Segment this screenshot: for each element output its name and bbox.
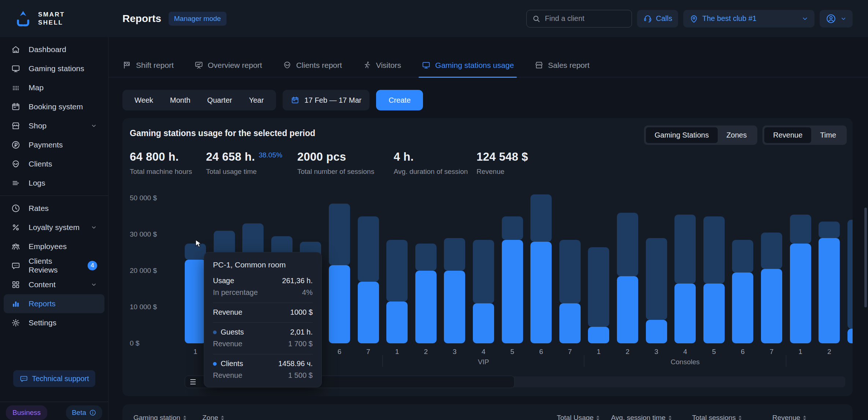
clients-segment[interactable] bbox=[473, 303, 494, 343]
page-scrollbar-thumb[interactable] bbox=[864, 208, 867, 307]
sidebar-item-shop[interactable]: Shop bbox=[4, 116, 104, 135]
beta-badge[interactable]: Beta bbox=[66, 405, 102, 420]
guests-segment[interactable] bbox=[819, 222, 840, 238]
club-selector[interactable]: The best club #1 bbox=[683, 10, 814, 28]
guests-segment[interactable] bbox=[559, 240, 581, 303]
clients-segment[interactable] bbox=[386, 302, 408, 343]
calls-button[interactable]: Calls bbox=[637, 10, 678, 28]
guests-segment[interactable] bbox=[761, 233, 782, 269]
sidebar-item-clients[interactable]: Clients bbox=[4, 154, 104, 174]
stacked-bar-station-4[interactable] bbox=[674, 215, 696, 344]
tab-gaming-stations-usage[interactable]: Gaming stations usage bbox=[422, 61, 514, 77]
clients-segment[interactable] bbox=[703, 284, 725, 343]
clients-segment[interactable] bbox=[790, 244, 811, 343]
sidebar-item-employees[interactable]: Employees bbox=[4, 237, 104, 256]
clients-segment[interactable] bbox=[847, 329, 853, 343]
sidebar-item-clients-reviews[interactable]: Clients Reviews4 bbox=[4, 256, 104, 275]
period-year[interactable]: Year bbox=[240, 96, 272, 105]
stacked-bar-station-7[interactable] bbox=[559, 240, 581, 343]
stacked-bar-station-5[interactable] bbox=[703, 216, 725, 344]
toggle-time[interactable]: Time bbox=[811, 127, 845, 143]
stacked-bar-station-6[interactable] bbox=[329, 204, 350, 343]
stacked-bar-station-6[interactable] bbox=[530, 194, 552, 343]
guests-segment[interactable] bbox=[358, 216, 379, 282]
toggle-gaming-stations[interactable]: Gaming Stations bbox=[646, 127, 718, 143]
stacked-bar-station-5[interactable] bbox=[502, 216, 523, 344]
stacked-bar-station-7[interactable] bbox=[761, 233, 782, 343]
guests-segment[interactable] bbox=[530, 194, 552, 242]
guests-segment[interactable] bbox=[703, 216, 725, 284]
sidebar-item-booking-system[interactable]: Booking system bbox=[4, 97, 104, 116]
clients-segment[interactable] bbox=[329, 265, 350, 343]
technical-support-button[interactable]: Technical support bbox=[13, 370, 95, 387]
sidebar-item-rates[interactable]: Rates bbox=[4, 199, 104, 218]
stacked-bar-station-1[interactable] bbox=[588, 247, 609, 343]
date-range-picker[interactable]: 17 Feb — 17 Mar bbox=[283, 90, 370, 110]
period-quarter[interactable]: Quarter bbox=[199, 96, 240, 105]
tab-visitors[interactable]: Visitors bbox=[363, 61, 401, 77]
stacked-bar-station-2[interactable] bbox=[819, 222, 840, 343]
client-search[interactable] bbox=[526, 10, 632, 28]
sidebar-item-gaming-stations[interactable]: Gaming stations bbox=[4, 59, 104, 78]
clients-segment[interactable] bbox=[415, 271, 437, 343]
stacked-bar-station-2[interactable] bbox=[415, 244, 437, 343]
guests-segment[interactable] bbox=[386, 240, 408, 302]
column-header-total-sessions[interactable]: Total sessions bbox=[692, 414, 742, 420]
guests-segment[interactable] bbox=[329, 204, 350, 265]
guests-segment[interactable] bbox=[646, 238, 667, 320]
clients-segment[interactable] bbox=[761, 269, 782, 343]
clients-segment[interactable] bbox=[444, 271, 465, 343]
guests-segment[interactable] bbox=[473, 240, 494, 303]
guests-segment[interactable] bbox=[790, 215, 811, 244]
tab-overview-report[interactable]: Overview report bbox=[194, 61, 262, 77]
stacked-bar-station-1[interactable] bbox=[790, 215, 811, 343]
stacked-bar-station-6[interactable] bbox=[732, 240, 753, 343]
stacked-bar-station-1[interactable] bbox=[185, 244, 206, 343]
stacked-bar-station-2[interactable] bbox=[617, 213, 638, 343]
column-header-total-usage[interactable]: Total Usage bbox=[557, 414, 599, 420]
toggle-zones[interactable]: Zones bbox=[718, 127, 756, 143]
tab-sales-report[interactable]: Sales report bbox=[534, 61, 589, 77]
guests-segment[interactable] bbox=[242, 223, 264, 256]
guests-segment[interactable] bbox=[415, 244, 437, 271]
sidebar-item-logs[interactable]: Logs bbox=[4, 174, 104, 193]
sidebar-item-payments[interactable]: Payments bbox=[4, 135, 104, 154]
guests-segment[interactable] bbox=[502, 216, 523, 240]
column-header-revenue[interactable]: Revenue bbox=[772, 414, 806, 420]
clients-segment[interactable] bbox=[530, 242, 552, 343]
stacked-bar-station-4[interactable] bbox=[473, 240, 494, 343]
stacked-bar-station-3[interactable] bbox=[444, 238, 465, 343]
stacked-bar-station-7[interactable] bbox=[358, 216, 379, 344]
clients-segment[interactable] bbox=[617, 276, 638, 343]
clients-segment[interactable] bbox=[674, 284, 696, 343]
clients-segment[interactable] bbox=[646, 320, 667, 343]
toggle-revenue[interactable]: Revenue bbox=[764, 127, 811, 143]
period-month[interactable]: Month bbox=[162, 96, 199, 105]
sidebar-item-loyalty-system[interactable]: Loyalty system bbox=[4, 218, 104, 237]
column-header-avg-session-time[interactable]: Avg. session time bbox=[611, 414, 672, 420]
tab-shift-report[interactable]: Shift report bbox=[122, 61, 174, 77]
column-header-zone[interactable]: Zone bbox=[202, 414, 224, 420]
clients-segment[interactable] bbox=[732, 273, 753, 343]
guests-segment[interactable] bbox=[617, 213, 638, 276]
column-header-gaming-station[interactable]: Gaming station bbox=[133, 414, 186, 420]
guests-segment[interactable] bbox=[732, 240, 753, 273]
stacked-bar-station-1[interactable] bbox=[386, 240, 408, 343]
stacked-bar-station-3[interactable] bbox=[646, 238, 667, 343]
sidebar-item-dashboard[interactable]: Dashboard bbox=[4, 40, 104, 59]
clients-segment[interactable] bbox=[819, 238, 840, 343]
create-button[interactable]: Create bbox=[376, 90, 423, 110]
guests-segment[interactable] bbox=[847, 220, 853, 329]
sidebar-item-map[interactable]: Map bbox=[4, 78, 104, 97]
sidebar-item-reports[interactable]: Reports bbox=[4, 294, 104, 313]
guests-segment[interactable] bbox=[444, 238, 465, 271]
search-input[interactable] bbox=[545, 14, 626, 23]
sidebar-item-content[interactable]: Content bbox=[4, 275, 104, 294]
clients-segment[interactable] bbox=[502, 240, 523, 343]
stacked-bar-station-3[interactable] bbox=[847, 220, 853, 343]
tab-clients-report[interactable]: Clients report bbox=[283, 61, 342, 77]
period-week[interactable]: Week bbox=[126, 96, 162, 105]
sidebar-item-settings[interactable]: Settings bbox=[4, 313, 104, 332]
user-menu[interactable] bbox=[820, 10, 853, 28]
clients-segment[interactable] bbox=[588, 327, 609, 343]
